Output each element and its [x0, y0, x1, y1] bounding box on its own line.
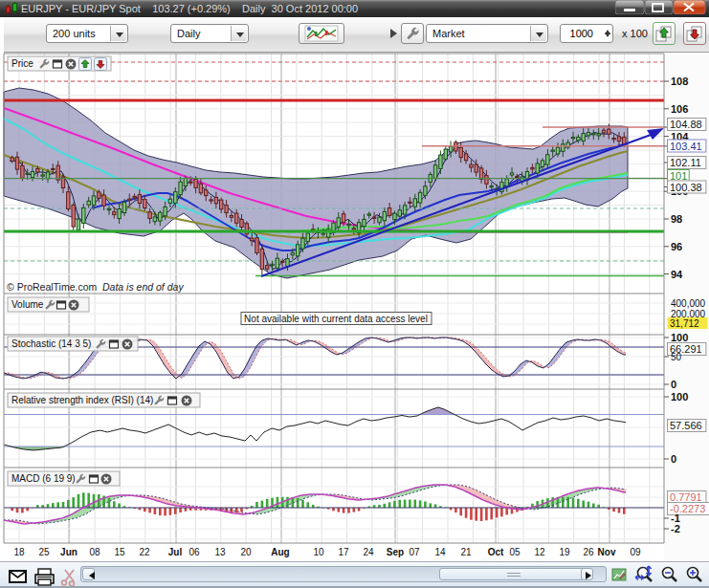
svg-text:0.7791: 0.7791	[670, 491, 702, 503]
svg-text:98: 98	[671, 213, 682, 225]
svg-text:400,000: 400,000	[671, 298, 706, 309]
svg-text:17: 17	[338, 547, 349, 557]
svg-text:15: 15	[114, 547, 125, 557]
svg-text:Sep: Sep	[387, 547, 404, 557]
svg-text:10: 10	[313, 547, 324, 557]
svg-text:101: 101	[670, 170, 687, 182]
svg-text:-2: -2	[671, 523, 680, 534]
svg-text:25: 25	[38, 547, 50, 557]
svg-text:100.38: 100.38	[670, 182, 702, 193]
svg-text:Price: Price	[11, 58, 33, 69]
svg-text:108: 108	[671, 76, 688, 87]
svg-text:102.11: 102.11	[670, 157, 701, 168]
svg-text:Not available with current dat: Not available with current data access l…	[244, 314, 428, 324]
svg-text:09: 09	[630, 547, 641, 557]
svg-text:18: 18	[13, 547, 25, 557]
svg-text:12: 12	[534, 547, 545, 557]
svg-text:21: 21	[460, 547, 472, 557]
svg-text:31,712: 31,712	[670, 318, 699, 329]
svg-text:24: 24	[363, 547, 374, 557]
svg-text:Aug: Aug	[271, 547, 289, 557]
svg-text:104.88: 104.88	[670, 119, 702, 130]
svg-text:05: 05	[509, 547, 521, 557]
svg-text:100: 100	[671, 332, 688, 343]
svg-text:Data is end of day: Data is end of day	[102, 281, 184, 293]
svg-text:20: 20	[240, 547, 252, 557]
svg-text:26: 26	[583, 547, 594, 557]
svg-text:Volume: Volume	[11, 299, 44, 310]
svg-text:0: 0	[671, 453, 676, 465]
svg-text:0: 0	[671, 379, 676, 390]
svg-text:19: 19	[559, 547, 570, 557]
svg-text:14: 14	[434, 547, 446, 557]
svg-text:Oct: Oct	[488, 547, 504, 557]
svg-text:06: 06	[188, 547, 200, 557]
svg-text:Stochastic (14 3 5): Stochastic (14 3 5)	[11, 338, 91, 349]
svg-text:07: 07	[409, 547, 420, 557]
svg-text:50: 50	[671, 352, 682, 362]
svg-text:Jun: Jun	[60, 547, 78, 557]
svg-text:Jul: Jul	[168, 547, 183, 557]
svg-text:106: 106	[671, 103, 688, 115]
svg-text:Relative strength index (RSI): Relative strength index (RSI) (14)	[11, 395, 153, 405]
svg-text:08: 08	[89, 547, 100, 557]
svg-text:22: 22	[139, 547, 150, 557]
svg-text:100: 100	[671, 391, 688, 403]
svg-text:94: 94	[671, 269, 683, 280]
svg-text:57.566: 57.566	[670, 420, 702, 431]
svg-text:© ProRealTime.com: © ProRealTime.com	[7, 281, 98, 293]
svg-text:13: 13	[214, 547, 226, 557]
svg-text:103.41: 103.41	[670, 141, 702, 152]
svg-text:MACD (6 19 9): MACD (6 19 9)	[11, 473, 76, 484]
svg-text:96: 96	[671, 241, 682, 252]
svg-text:Nov: Nov	[598, 547, 616, 557]
